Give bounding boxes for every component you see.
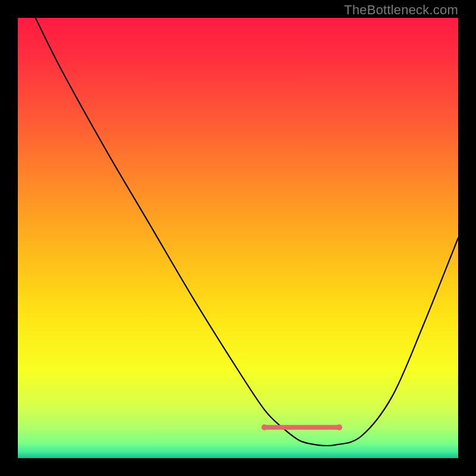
watermark-text: TheBottleneck.com <box>344 2 458 18</box>
optimal-range-start-dot <box>261 424 267 430</box>
bottleneck-chart <box>18 18 458 458</box>
chart-background-gradient <box>18 18 458 458</box>
optimal-range-end-dot <box>336 424 342 430</box>
optimal-range-highlight <box>261 424 342 430</box>
chart-frame <box>18 18 458 458</box>
